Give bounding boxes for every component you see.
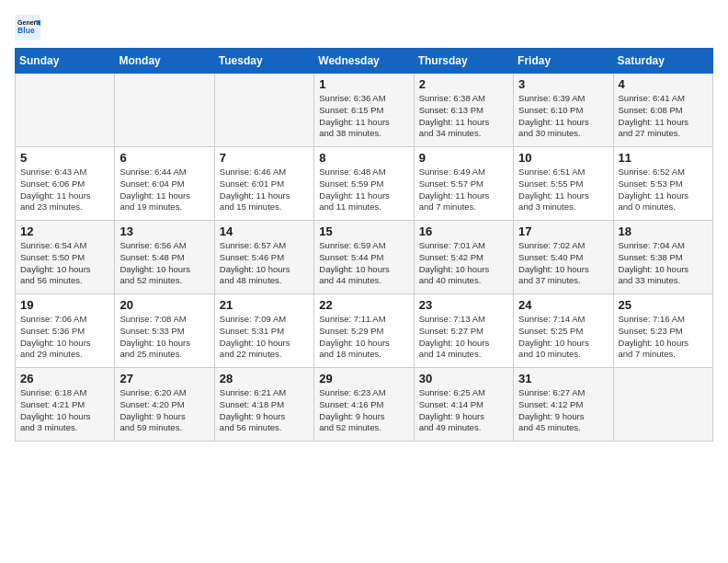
cell-content: Sunrise: 6:23 AM Sunset: 4:16 PM Dayligh… — [319, 387, 408, 434]
day-number: 15 — [319, 224, 408, 238]
logo: General Blue — [15, 15, 44, 40]
day-number: 6 — [119, 151, 209, 165]
calendar-cell — [613, 368, 712, 442]
calendar-week-row: 19Sunrise: 7:06 AM Sunset: 5:36 PM Dayli… — [16, 294, 713, 368]
cell-content: Sunrise: 6:27 AM Sunset: 4:12 PM Dayligh… — [518, 387, 608, 434]
cell-content: Sunrise: 7:13 AM Sunset: 5:27 PM Dayligh… — [419, 314, 508, 361]
calendar-cell — [16, 74, 115, 147]
cell-content: Sunrise: 6:25 AM Sunset: 4:14 PM Dayligh… — [419, 387, 508, 434]
calendar-cell: 9Sunrise: 6:49 AM Sunset: 5:57 PM Daylig… — [414, 147, 513, 221]
day-number: 23 — [419, 298, 508, 312]
day-number: 20 — [119, 298, 209, 312]
cell-content: Sunrise: 6:38 AM Sunset: 6:13 PM Dayligh… — [419, 93, 508, 140]
day-number: 21 — [220, 298, 309, 312]
page-header: General Blue — [15, 15, 713, 40]
cell-content: Sunrise: 6:39 AM Sunset: 6:10 PM Dayligh… — [518, 93, 608, 140]
day-number: 1 — [319, 77, 408, 91]
cell-content: Sunrise: 6:41 AM Sunset: 6:08 PM Dayligh… — [619, 93, 708, 140]
calendar-cell: 10Sunrise: 6:51 AM Sunset: 5:55 PM Dayli… — [514, 147, 613, 221]
calendar-cell: 31Sunrise: 6:27 AM Sunset: 4:12 PM Dayli… — [514, 368, 613, 442]
cell-content: Sunrise: 6:49 AM Sunset: 5:57 PM Dayligh… — [419, 167, 508, 213]
cell-content: Sunrise: 7:08 AM Sunset: 5:33 PM Dayligh… — [119, 314, 209, 361]
day-number: 4 — [619, 77, 708, 91]
calendar-cell — [214, 74, 313, 147]
cell-content: Sunrise: 6:18 AM Sunset: 4:21 PM Dayligh… — [20, 387, 109, 434]
day-number: 18 — [619, 224, 708, 238]
cell-content: Sunrise: 6:48 AM Sunset: 5:59 PM Dayligh… — [319, 167, 408, 213]
day-header-friday: Friday — [514, 49, 613, 74]
calendar-cell: 15Sunrise: 6:59 AM Sunset: 5:44 PM Dayli… — [314, 221, 414, 294]
cell-content: Sunrise: 6:21 AM Sunset: 4:18 PM Dayligh… — [220, 387, 309, 434]
day-number: 3 — [518, 77, 608, 91]
cell-content: Sunrise: 7:01 AM Sunset: 5:42 PM Dayligh… — [419, 240, 508, 287]
calendar-cell — [115, 74, 214, 147]
calendar-cell: 13Sunrise: 6:56 AM Sunset: 5:48 PM Dayli… — [115, 221, 214, 294]
cell-content: Sunrise: 6:20 AM Sunset: 4:20 PM Dayligh… — [119, 387, 209, 434]
cell-content: Sunrise: 7:02 AM Sunset: 5:40 PM Dayligh… — [518, 240, 608, 287]
cell-content: Sunrise: 7:16 AM Sunset: 5:23 PM Dayligh… — [619, 314, 708, 361]
day-number: 8 — [319, 151, 408, 165]
calendar-week-row: 26Sunrise: 6:18 AM Sunset: 4:21 PM Dayli… — [16, 368, 713, 442]
calendar-cell: 19Sunrise: 7:06 AM Sunset: 5:36 PM Dayli… — [16, 294, 115, 368]
day-number: 2 — [419, 77, 508, 91]
cell-content: Sunrise: 6:44 AM Sunset: 6:04 PM Dayligh… — [119, 167, 209, 213]
cell-content: Sunrise: 7:14 AM Sunset: 5:25 PM Dayligh… — [518, 314, 608, 361]
day-header-tuesday: Tuesday — [214, 49, 313, 74]
day-number: 7 — [220, 151, 309, 165]
cell-content: Sunrise: 6:54 AM Sunset: 5:50 PM Dayligh… — [20, 240, 109, 287]
calendar-week-row: 1Sunrise: 6:36 AM Sunset: 6:15 PM Daylig… — [16, 74, 713, 147]
calendar-cell: 23Sunrise: 7:13 AM Sunset: 5:27 PM Dayli… — [414, 294, 513, 368]
calendar-cell: 29Sunrise: 6:23 AM Sunset: 4:16 PM Dayli… — [314, 368, 414, 442]
day-number: 27 — [119, 372, 209, 385]
calendar-cell: 3Sunrise: 6:39 AM Sunset: 6:10 PM Daylig… — [514, 74, 613, 147]
calendar-cell: 6Sunrise: 6:44 AM Sunset: 6:04 PM Daylig… — [115, 147, 214, 221]
day-number: 26 — [20, 372, 109, 385]
day-number: 9 — [419, 151, 508, 165]
calendar-cell: 8Sunrise: 6:48 AM Sunset: 5:59 PM Daylig… — [314, 147, 414, 221]
cell-content: Sunrise: 6:43 AM Sunset: 6:06 PM Dayligh… — [20, 167, 109, 213]
calendar-header-row: SundayMondayTuesdayWednesdayThursdayFrid… — [16, 49, 713, 74]
calendar-cell: 4Sunrise: 6:41 AM Sunset: 6:08 PM Daylig… — [613, 74, 712, 147]
day-number: 28 — [220, 372, 309, 385]
calendar-week-row: 5Sunrise: 6:43 AM Sunset: 6:06 PM Daylig… — [16, 147, 713, 221]
cell-content: Sunrise: 7:11 AM Sunset: 5:29 PM Dayligh… — [319, 314, 408, 361]
cell-content: Sunrise: 7:06 AM Sunset: 5:36 PM Dayligh… — [20, 314, 109, 361]
calendar-cell: 18Sunrise: 7:04 AM Sunset: 5:38 PM Dayli… — [613, 221, 712, 294]
calendar-cell: 17Sunrise: 7:02 AM Sunset: 5:40 PM Dayli… — [514, 221, 613, 294]
day-number: 14 — [220, 224, 309, 238]
day-number: 17 — [518, 224, 608, 238]
svg-text:Blue: Blue — [17, 26, 35, 35]
calendar-cell: 5Sunrise: 6:43 AM Sunset: 6:06 PM Daylig… — [16, 147, 115, 221]
cell-content: Sunrise: 6:36 AM Sunset: 6:15 PM Dayligh… — [319, 93, 408, 140]
day-number: 13 — [119, 224, 209, 238]
calendar-cell: 26Sunrise: 6:18 AM Sunset: 4:21 PM Dayli… — [16, 368, 115, 442]
day-number: 5 — [20, 151, 109, 165]
cell-content: Sunrise: 6:59 AM Sunset: 5:44 PM Dayligh… — [319, 240, 408, 287]
calendar-week-row: 12Sunrise: 6:54 AM Sunset: 5:50 PM Dayli… — [16, 221, 713, 294]
calendar-table: SundayMondayTuesdayWednesdayThursdayFrid… — [15, 48, 713, 442]
cell-content: Sunrise: 7:04 AM Sunset: 5:38 PM Dayligh… — [619, 240, 708, 287]
cell-content: Sunrise: 6:56 AM Sunset: 5:48 PM Dayligh… — [119, 240, 209, 287]
day-header-wednesday: Wednesday — [314, 49, 414, 74]
calendar-cell: 12Sunrise: 6:54 AM Sunset: 5:50 PM Dayli… — [16, 221, 115, 294]
cell-content: Sunrise: 6:57 AM Sunset: 5:46 PM Dayligh… — [220, 240, 309, 287]
cell-content: Sunrise: 6:52 AM Sunset: 5:53 PM Dayligh… — [619, 167, 708, 213]
svg-text:General: General — [17, 19, 40, 26]
calendar-cell: 2Sunrise: 6:38 AM Sunset: 6:13 PM Daylig… — [414, 74, 513, 147]
day-number: 31 — [518, 372, 608, 385]
day-header-monday: Monday — [115, 49, 214, 74]
day-number: 25 — [619, 298, 708, 312]
day-number: 12 — [20, 224, 109, 238]
day-number: 11 — [619, 151, 708, 165]
day-number: 22 — [319, 298, 408, 312]
cell-content: Sunrise: 6:46 AM Sunset: 6:01 PM Dayligh… — [220, 167, 309, 213]
day-number: 10 — [518, 151, 608, 165]
day-number: 24 — [518, 298, 608, 312]
calendar-cell: 14Sunrise: 6:57 AM Sunset: 5:46 PM Dayli… — [214, 221, 313, 294]
day-number: 29 — [319, 372, 408, 385]
calendar-cell: 24Sunrise: 7:14 AM Sunset: 5:25 PM Dayli… — [514, 294, 613, 368]
cell-content: Sunrise: 6:51 AM Sunset: 5:55 PM Dayligh… — [518, 167, 608, 213]
calendar-cell: 11Sunrise: 6:52 AM Sunset: 5:53 PM Dayli… — [613, 147, 712, 221]
day-header-saturday: Saturday — [613, 49, 712, 74]
day-number: 16 — [419, 224, 508, 238]
